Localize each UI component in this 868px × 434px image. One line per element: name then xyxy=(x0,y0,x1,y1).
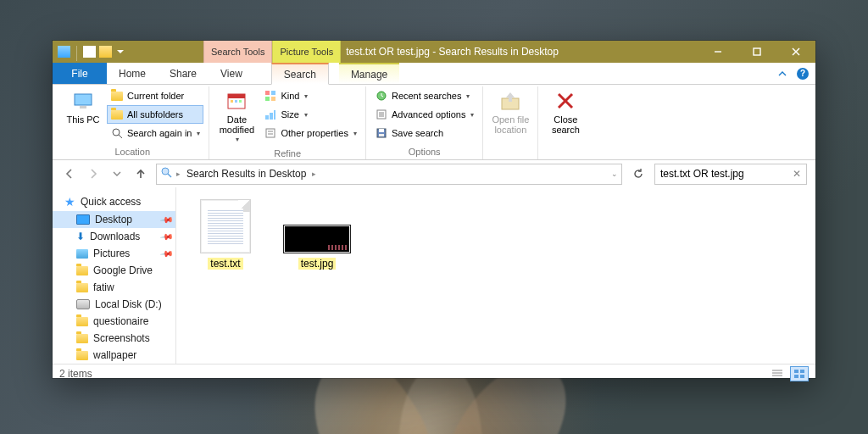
current-folder-button[interactable]: Current folder xyxy=(107,86,203,105)
this-pc-button[interactable]: This PC xyxy=(61,86,105,127)
file-item[interactable]: test.txt xyxy=(192,199,259,270)
ribbon: This PC Current folder All subfolders Se… xyxy=(53,85,815,160)
kind-button[interactable]: Kind▾ xyxy=(260,86,359,105)
svg-point-6 xyxy=(113,129,120,136)
close-search-button[interactable]: Close search xyxy=(543,86,587,137)
refresh-button[interactable] xyxy=(629,164,648,183)
all-subfolders-button[interactable]: All subfolders xyxy=(107,105,203,124)
pin-icon: 📌 xyxy=(160,230,174,243)
sidebar-item-downloads[interactable]: ⬇Downloads📌 xyxy=(53,228,175,245)
file-item[interactable]: test.jpg xyxy=(283,199,351,270)
tab-share[interactable]: Share xyxy=(158,63,209,84)
search-again-in-button[interactable]: Search again in▾ xyxy=(107,124,203,142)
thumbnails-view-button[interactable] xyxy=(790,366,809,381)
svg-rect-14 xyxy=(265,91,270,95)
folder-icon xyxy=(76,334,88,343)
sidebar-item-wallpaper[interactable]: wallpaper xyxy=(53,347,175,364)
date-modified-button[interactable]: Date modified▾ xyxy=(214,86,259,147)
ribbon-group-refine: Date modified▾ Kind▾ Size▾ Other propert… xyxy=(209,86,365,159)
svg-rect-5 xyxy=(80,106,86,108)
breadcrumb-separator-icon[interactable]: ▸ xyxy=(176,170,181,178)
svg-rect-9 xyxy=(228,94,245,98)
svg-rect-20 xyxy=(274,110,275,120)
svg-rect-45 xyxy=(800,375,804,378)
svg-rect-31 xyxy=(379,134,384,136)
content-pane[interactable]: test.txt test.jpg xyxy=(176,187,815,364)
sidebar-item-desktop[interactable]: Desktop📌 xyxy=(53,211,175,228)
search-box[interactable]: ✕ xyxy=(654,164,807,185)
qat-customize-icon[interactable] xyxy=(117,50,124,53)
svg-rect-1 xyxy=(754,48,760,55)
recent-searches-button[interactable]: Recent searches▾ xyxy=(371,86,477,105)
svg-rect-18 xyxy=(265,115,269,120)
maximize-button[interactable] xyxy=(737,41,776,63)
help-icon[interactable]: ? xyxy=(797,68,809,80)
save-search-button[interactable]: Save search xyxy=(371,124,477,142)
quick-access-toolbar[interactable] xyxy=(53,41,129,63)
svg-rect-16 xyxy=(265,97,270,101)
drive-icon xyxy=(76,299,90,309)
image-thumbnail xyxy=(283,225,351,253)
recent-locations-button[interactable] xyxy=(108,165,125,182)
size-button[interactable]: Size▾ xyxy=(260,105,359,124)
tab-home[interactable]: Home xyxy=(107,63,158,84)
sidebar-item-fatiw[interactable]: fatiw xyxy=(53,279,175,296)
group-title-refine: Refine xyxy=(274,147,301,161)
address-bar[interactable]: ▸ Search Results in Desktop ▸ ⌄ xyxy=(156,164,622,185)
breadcrumb-item[interactable]: Search Results in Desktop xyxy=(184,168,309,180)
navigation-bar: ▸ Search Results in Desktop ▸ ⌄ ✕ xyxy=(53,160,815,187)
qat-properties-icon[interactable] xyxy=(83,46,96,58)
back-button[interactable] xyxy=(61,165,78,182)
folder-icon xyxy=(76,317,88,326)
svg-point-37 xyxy=(162,168,169,175)
this-pc-label: This PC xyxy=(66,114,99,125)
navigation-pane[interactable]: ★Quick access Desktop📌 ⬇Downloads📌 Pictu… xyxy=(53,187,176,364)
text-file-icon xyxy=(200,199,251,253)
tab-search[interactable]: Search xyxy=(271,63,329,85)
up-button[interactable] xyxy=(132,165,149,182)
tab-file[interactable]: File xyxy=(53,63,107,84)
pin-icon: 📌 xyxy=(160,247,174,260)
svg-rect-21 xyxy=(266,129,275,137)
other-properties-button[interactable]: Other properties▾ xyxy=(260,124,359,142)
sidebar-item-local-disk[interactable]: Local Disk (D:) xyxy=(53,296,175,313)
svg-rect-17 xyxy=(271,97,275,101)
advanced-options-button[interactable]: Advanced options▾ xyxy=(371,105,477,124)
status-bar: 2 items xyxy=(53,364,815,383)
close-button[interactable] xyxy=(776,41,815,63)
sidebar-item-questionaire[interactable]: questionaire xyxy=(53,313,175,330)
svg-rect-19 xyxy=(270,113,273,120)
address-dropdown-button[interactable]: ⌄ xyxy=(611,170,618,178)
ribbon-group-location: This PC Current folder All subfolders Se… xyxy=(56,86,209,159)
sidebar-item-quick-access[interactable]: ★Quick access xyxy=(53,192,175,211)
title-bar[interactable]: Search Tools Picture Tools test.txt OR t… xyxy=(53,41,815,63)
svg-line-38 xyxy=(168,174,171,177)
folder-icon xyxy=(76,351,88,360)
file-name-label: test.jpg xyxy=(298,258,337,270)
svg-rect-44 xyxy=(794,375,798,378)
collapse-ribbon-button[interactable] xyxy=(773,63,792,84)
svg-rect-30 xyxy=(379,129,384,132)
clear-search-button[interactable]: ✕ xyxy=(791,168,803,180)
minimize-button[interactable] xyxy=(698,41,737,63)
contextual-tab-search-tools[interactable]: Search Tools xyxy=(203,41,272,63)
contextual-tab-picture-tools[interactable]: Picture Tools xyxy=(272,41,341,63)
folder-icon xyxy=(76,266,88,275)
sidebar-item-pictures[interactable]: Pictures📌 xyxy=(53,245,175,262)
ribbon-tabs: File Home Share View Search Manage ? xyxy=(53,63,815,85)
close-search-label: Close search xyxy=(545,114,586,135)
tab-view[interactable]: View xyxy=(209,63,254,84)
tab-manage[interactable]: Manage xyxy=(339,63,399,84)
sidebar-item-google-drive[interactable]: Google Drive xyxy=(53,262,175,279)
breadcrumb-separator-icon[interactable]: ▸ xyxy=(312,170,316,178)
sidebar-item-screenshots[interactable]: Screenshots xyxy=(53,330,175,347)
star-icon: ★ xyxy=(64,195,75,209)
file-name-label: test.txt xyxy=(208,258,242,270)
explorer-window: Search Tools Picture Tools test.txt OR t… xyxy=(53,41,815,378)
search-input[interactable] xyxy=(659,167,791,181)
details-view-button[interactable] xyxy=(768,366,787,381)
svg-rect-4 xyxy=(75,94,92,105)
forward-button xyxy=(85,165,102,182)
qat-newfolder-icon[interactable] xyxy=(99,46,112,58)
group-title-options: Options xyxy=(409,145,441,159)
